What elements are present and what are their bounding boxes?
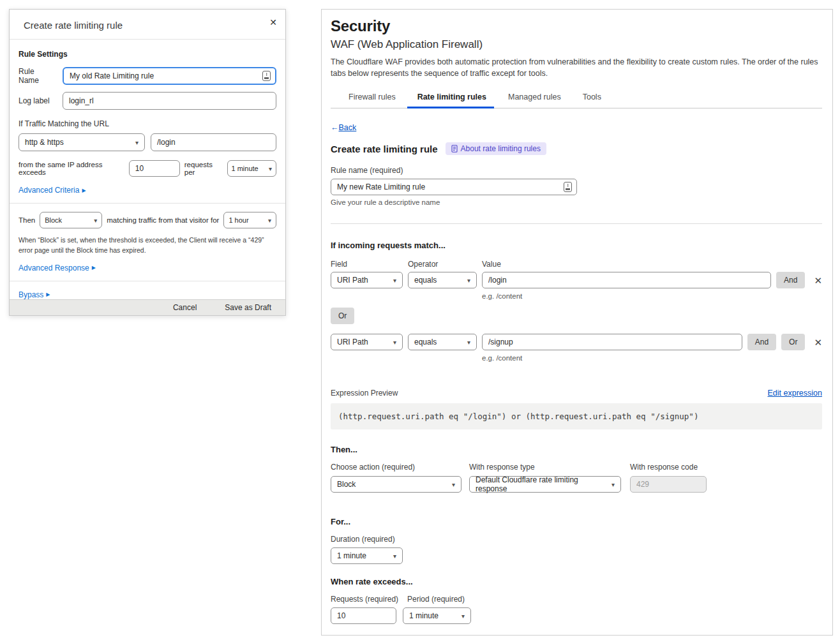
rule-settings-heading: Rule Settings <box>19 50 276 59</box>
value-column-label: Value <box>482 260 501 269</box>
value-helper: e.g. /content <box>482 292 822 300</box>
autofill-icon[interactable] <box>262 71 271 81</box>
field-column-label: Field <box>331 260 403 269</box>
chevron-down-icon: ▾ <box>393 277 396 284</box>
edit-expression-link[interactable]: Edit expression <box>768 389 822 398</box>
threshold-input[interactable] <box>129 160 180 177</box>
response-code-label: With response code <box>630 463 707 472</box>
disclosure-triangle-icon: ▶ <box>82 188 86 193</box>
close-icon[interactable]: ✕ <box>269 17 277 27</box>
chevron-down-icon: ▾ <box>461 613 465 620</box>
and-button[interactable]: And <box>747 334 776 350</box>
chevron-down-icon: ▾ <box>467 277 470 284</box>
rule-name-label: Rule name (required) <box>331 166 822 175</box>
chevron-down-icon: ▾ <box>393 339 396 346</box>
dialog-footer: Cancel Save as Draft <box>10 299 285 315</box>
disclosure-triangle-icon: ▶ <box>46 292 50 297</box>
field-select[interactable]: URI Path ▾ <box>331 272 403 288</box>
action-select[interactable]: Block ▾ <box>331 476 461 493</box>
chevron-down-icon: ▾ <box>393 553 396 560</box>
match-row: URI Path ▾ equals ▾ And Or ✕ <box>331 334 822 350</box>
bypass-link[interactable]: Bypass ▶ <box>19 290 50 299</box>
page-subtitle: WAF (Web Application Firewall) <box>331 38 822 51</box>
rule-name-label: Rule Name <box>19 67 57 85</box>
chevron-down-icon: ▾ <box>467 339 470 346</box>
match-row: URI Path ▾ equals ▾ And ✕ <box>331 272 822 288</box>
log-label-input[interactable] <box>63 92 276 110</box>
response-code-input <box>630 476 707 493</box>
response-type-label: With response type <box>469 463 621 472</box>
period-select[interactable]: 1 minute ▾ <box>227 160 277 177</box>
or-button[interactable]: Or <box>781 334 805 350</box>
scheme-select[interactable]: http & https ▾ <box>19 133 145 151</box>
remove-row-icon[interactable]: ✕ <box>814 338 822 347</box>
about-rate-limiting-badge[interactable]: About rate limiting rules <box>446 142 546 155</box>
chevron-down-icon: ▾ <box>611 481 615 488</box>
chevron-down-icon: ▾ <box>452 481 455 488</box>
rule-name-input[interactable] <box>331 179 577 195</box>
field-select[interactable]: URI Path ▾ <box>331 334 403 350</box>
log-label-label: Log label <box>19 96 57 105</box>
autofill-icon[interactable] <box>564 182 572 192</box>
duration-select[interactable]: 1 minute ▾ <box>331 547 403 564</box>
threshold-prefix-label: from the same IP address exceeds <box>19 161 124 176</box>
advanced-criteria-link[interactable]: Advanced Criteria ▶ <box>19 186 86 195</box>
period-select[interactable]: 1 minute ▾ <box>403 607 471 624</box>
divider <box>10 281 285 281</box>
value-input[interactable] <box>482 334 742 350</box>
page-title: Security <box>331 17 822 35</box>
back-arrow-icon: ← <box>331 123 339 132</box>
period-label: Period (required) <box>407 595 465 604</box>
operator-select[interactable]: equals ▾ <box>408 272 477 288</box>
rule-name-helper: Give your rule a descriptive name <box>331 198 822 206</box>
rule-name-input[interactable] <box>70 68 259 84</box>
block-duration-select[interactable]: 1 hour ▾ <box>223 212 276 228</box>
chevron-down-icon: ▾ <box>135 139 139 146</box>
requests-input[interactable] <box>331 607 396 624</box>
rules-tabs: Firewall rules Rate limiting rules Manag… <box>331 90 822 108</box>
create-rate-limit-dialog: Create rate limiting rule ✕ Rule Setting… <box>9 9 286 316</box>
chevron-down-icon: ▾ <box>94 217 97 224</box>
requests-label: Requests (required) <box>331 595 407 604</box>
threshold-middle-label: requests per <box>184 161 223 176</box>
rule-name-field-wrap <box>63 67 276 85</box>
traffic-match-label: If Traffic Matching the URL <box>19 119 276 128</box>
tab-rate-limiting-rules[interactable]: Rate limiting rules <box>416 90 488 108</box>
expression-preview-code: (http.request.uri.path eq "/login") or (… <box>331 403 822 429</box>
save-as-draft-button[interactable]: Save as Draft <box>225 303 271 312</box>
tab-tools[interactable]: Tools <box>581 90 603 108</box>
response-type-select[interactable]: Default Cloudflare rate limiting respons… <box>469 476 621 493</box>
operator-column-label: Operator <box>408 260 477 269</box>
action-select[interactable]: Block ▾ <box>40 212 102 228</box>
match-section-title: If incoming requests match... <box>331 241 822 250</box>
url-input[interactable] <box>151 133 276 151</box>
dialog-header: Create rate limiting rule ✕ <box>10 10 285 40</box>
document-icon <box>451 145 458 153</box>
or-connector-button[interactable]: Or <box>331 308 354 324</box>
form-title: Create rate limiting rule <box>331 144 438 154</box>
dialog-title: Create rate limiting rule <box>24 20 123 31</box>
advanced-response-link[interactable]: Advanced Response ▶ <box>19 264 96 272</box>
remove-row-icon[interactable]: ✕ <box>814 276 822 285</box>
value-helper: e.g. /content <box>482 354 822 362</box>
tab-firewall-rules[interactable]: Firewall rules <box>347 90 397 108</box>
value-input[interactable] <box>482 272 771 288</box>
then-section-title: Then... <box>331 445 822 454</box>
then-label: Then <box>19 216 35 224</box>
cancel-button[interactable]: Cancel <box>173 303 197 312</box>
operator-select[interactable]: equals ▾ <box>408 334 477 350</box>
choose-action-label: Choose action (required) <box>331 463 461 472</box>
divider <box>10 203 285 204</box>
chevron-down-icon: ▾ <box>268 217 271 224</box>
divider <box>331 223 822 224</box>
back-link[interactable]: ←Back <box>331 123 356 132</box>
for-section-title: For... <box>331 517 822 526</box>
rate-section-title: When rate exceeds... <box>331 577 822 586</box>
security-waf-panel: Security WAF (Web Application Firewall) … <box>321 9 833 636</box>
page-description: The Cloudflare WAF provides both automat… <box>331 56 822 79</box>
expression-preview-label: Expression Preview <box>331 389 398 398</box>
tab-managed-rules[interactable]: Managed rules <box>507 90 562 108</box>
and-button[interactable]: And <box>776 272 805 288</box>
block-note: When “Block” is set, when the threshold … <box>19 235 276 256</box>
duration-label: Duration (required) <box>331 535 822 544</box>
